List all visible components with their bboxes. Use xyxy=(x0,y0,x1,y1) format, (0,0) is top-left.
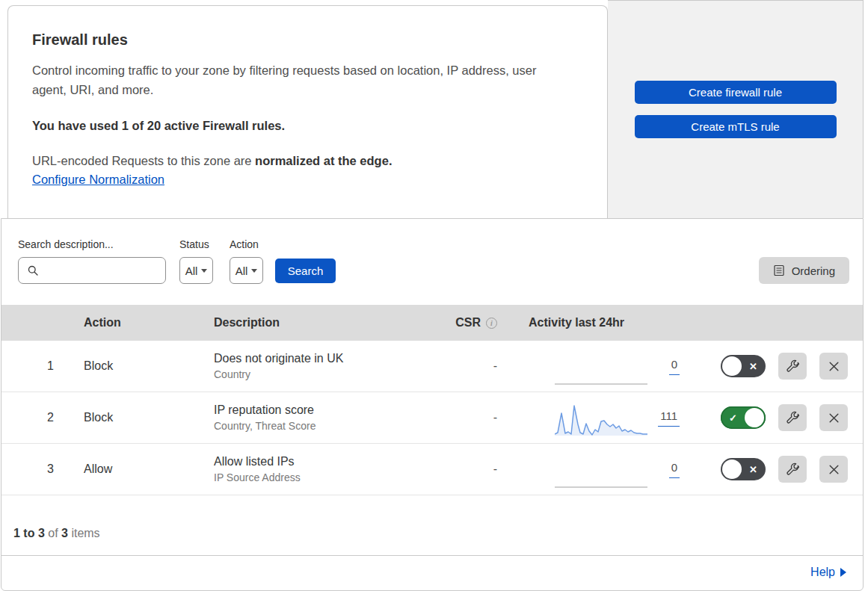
column-description: Description xyxy=(203,316,440,329)
rule-description[interactable]: Allow listed IPs xyxy=(214,455,440,468)
search-icon xyxy=(27,264,39,276)
rule-priority: 3 xyxy=(1,462,73,476)
activity-count-link[interactable]: 111 xyxy=(658,409,680,427)
page-description: Control incoming traffic to your zone by… xyxy=(32,61,571,99)
rule-priority: 2 xyxy=(1,411,73,424)
rule-csr-value: - xyxy=(440,411,515,424)
rule-action: Block xyxy=(73,411,203,424)
close-icon xyxy=(828,412,840,424)
toggle-knob xyxy=(745,408,764,427)
table-row: 1 Block Does not originate in UK Country… xyxy=(1,341,863,392)
create-firewall-rule-button[interactable]: Create firewall rule xyxy=(635,81,837,104)
configure-normalization-link[interactable]: Configure Normalization xyxy=(32,173,164,186)
activity-flatline xyxy=(555,352,647,386)
page-title: Firewall rules xyxy=(32,31,571,49)
rule-controls: ✕ xyxy=(695,353,863,380)
items-of: of xyxy=(45,527,61,539)
wrench-icon xyxy=(786,462,800,477)
delete-rule-button[interactable] xyxy=(819,353,848,380)
info-icon[interactable]: i xyxy=(486,318,497,329)
delete-rule-button[interactable] xyxy=(819,456,848,483)
table-body: 1 Block Does not originate in UK Country… xyxy=(1,341,863,495)
table-row: 3 Allow Allow listed IPs IP Source Addre… xyxy=(1,444,863,495)
activity-sparkline xyxy=(555,403,647,438)
rule-enabled-toggle[interactable]: ✕ xyxy=(721,458,766,480)
rule-fields: IP Source Address xyxy=(214,471,440,483)
items-word: items xyxy=(68,527,100,539)
status-dropdown[interactable]: All xyxy=(179,257,213,284)
top-section: Firewall rules Control incoming traffic … xyxy=(1,0,864,218)
activity-flatline xyxy=(555,455,647,489)
normalization-note: URL-encoded Requests to this zone are no… xyxy=(32,154,571,168)
chevron-down-icon xyxy=(201,269,207,273)
table-row: 2 Block IP reputation score Country, Thr… xyxy=(1,392,863,444)
search-input[interactable] xyxy=(18,257,166,284)
status-group: Status All xyxy=(179,238,213,284)
edit-rule-button[interactable] xyxy=(778,353,807,380)
items-range: 1 to 3 xyxy=(13,527,45,539)
items-total: 3 xyxy=(61,527,68,539)
activity-count-link[interactable]: 0 xyxy=(669,461,680,478)
help-row: Help xyxy=(1,556,863,590)
action-label: Action xyxy=(230,238,263,250)
rule-csr-value: - xyxy=(440,359,515,373)
help-link[interactable]: Help xyxy=(810,566,846,579)
toggle-state-icon: ✓ xyxy=(729,412,737,424)
actions-panel: Create firewall rule Create mTLS rule xyxy=(608,0,864,218)
rule-activity-cell: 0 xyxy=(515,449,695,489)
rule-action: Allow xyxy=(73,462,203,476)
rule-description-cell: Allow listed IPs IP Source Address xyxy=(203,455,440,483)
rule-description[interactable]: IP reputation score xyxy=(214,403,440,417)
toggle-state-icon: ✕ xyxy=(749,361,757,372)
arrow-right-icon xyxy=(840,568,846,577)
column-csr: CSR i xyxy=(455,316,515,329)
action-dropdown[interactable]: All xyxy=(230,257,263,284)
edit-rule-button[interactable] xyxy=(778,456,807,483)
rule-csr-value: - xyxy=(440,462,515,476)
edit-rule-button[interactable] xyxy=(778,404,807,431)
toggle-knob xyxy=(722,460,742,479)
rule-controls: ✓ xyxy=(695,404,863,431)
rule-activity-cell: 111 xyxy=(515,397,695,438)
wrench-icon xyxy=(786,359,800,374)
intro-card: Firewall rules Control incoming traffic … xyxy=(7,5,608,218)
usage-summary: You have used 1 of 20 active Firewall ru… xyxy=(32,119,571,133)
rule-controls: ✕ xyxy=(695,456,863,483)
rule-fields: Country xyxy=(214,368,440,380)
rule-enabled-toggle[interactable]: ✓ xyxy=(721,406,766,429)
column-action: Action xyxy=(73,316,203,329)
firewall-rules-page: Firewall rules Control incoming traffic … xyxy=(1,0,864,591)
pagination-summary: 1 to 3 of 3 items xyxy=(1,495,863,556)
close-icon xyxy=(828,463,840,476)
filter-bar: Search description... Status All Action … xyxy=(1,219,863,305)
ordering-button[interactable]: Ordering xyxy=(759,257,849,284)
rule-description[interactable]: Does not originate in UK xyxy=(214,352,440,365)
rule-activity-cell: 0 xyxy=(515,346,695,386)
normalization-text: URL-encoded Requests to this zone are xyxy=(32,154,255,167)
status-dropdown-value: All xyxy=(185,264,198,277)
help-link-label: Help xyxy=(810,566,835,579)
normalization-bold: normalized at the edge. xyxy=(255,154,392,167)
search-button[interactable]: Search xyxy=(275,259,336,283)
action-dropdown-value: All xyxy=(236,264,248,277)
column-activity: Activity last 24hr xyxy=(515,316,695,329)
action-group: Action All xyxy=(230,238,263,284)
rules-panel: Search description... Status All Action … xyxy=(1,218,864,591)
status-label: Status xyxy=(179,238,213,250)
rule-priority: 1 xyxy=(1,359,73,373)
rule-action: Block xyxy=(73,359,203,373)
toggle-knob xyxy=(722,356,742,376)
rule-description-cell: IP reputation score Country, Threat Scor… xyxy=(203,403,440,432)
close-icon xyxy=(828,360,840,373)
chevron-down-icon xyxy=(251,269,257,273)
delete-rule-button[interactable] xyxy=(819,404,848,431)
wrench-icon xyxy=(786,411,800,425)
toggle-state-icon: ✕ xyxy=(749,464,757,475)
rule-fields: Country, Threat Score xyxy=(214,420,440,432)
ordering-button-label: Ordering xyxy=(792,264,835,277)
search-group: Search description... xyxy=(18,238,166,284)
rule-enabled-toggle[interactable]: ✕ xyxy=(721,355,766,377)
create-mtls-rule-button[interactable]: Create mTLS rule xyxy=(635,115,837,138)
ordering-list-icon xyxy=(773,264,785,276)
activity-count-link[interactable]: 0 xyxy=(669,358,680,375)
